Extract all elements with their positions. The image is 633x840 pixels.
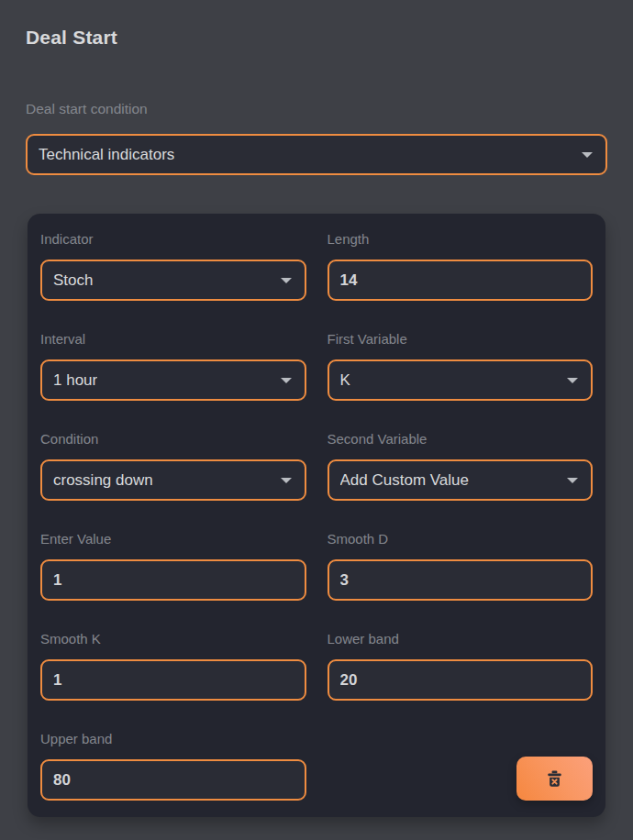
- first-variable-label: First Variable: [328, 331, 594, 348]
- field-second-variable: Second VariableAdd Custom Value: [328, 431, 594, 501]
- interval-value: 1 hour: [53, 371, 97, 390]
- delete-cell: [328, 731, 594, 801]
- enter-value-label: Enter Value: [40, 531, 306, 547]
- lower-band-label: Lower band: [328, 631, 594, 647]
- length-input[interactable]: [328, 260, 594, 301]
- upper-band-label: Upper band: [40, 731, 306, 747]
- field-smooth-k: Smooth K: [40, 631, 306, 701]
- field-first-variable: First VariableK: [328, 331, 594, 401]
- chevron-down-icon: [567, 478, 578, 483]
- field-enter-value: Enter Value: [40, 531, 306, 601]
- smooth-d-label: Smooth D: [328, 531, 594, 547]
- deal-start-panel: Deal Start Deal start condition Technica…: [0, 0, 633, 817]
- condition-label: Condition: [40, 431, 306, 448]
- second-variable-label: Second Variable: [328, 431, 594, 448]
- smooth-d-input[interactable]: [328, 559, 594, 601]
- chevron-down-icon: [281, 278, 292, 283]
- chevron-down-icon: [582, 152, 593, 158]
- trash-x-icon: [544, 768, 565, 790]
- indicator-value: Stoch: [53, 271, 93, 290]
- page-title: Deal Start: [26, 0, 607, 49]
- field-length: Length: [328, 231, 594, 301]
- chevron-down-icon: [567, 378, 578, 383]
- indicator-select[interactable]: Stoch: [40, 260, 306, 301]
- deal-start-condition-select[interactable]: Technical indicators: [26, 134, 607, 175]
- field-condition: Conditioncrossing down: [40, 431, 306, 501]
- indicator-card: IndicatorStochLengthInterval1 hourFirst …: [28, 214, 605, 817]
- field-interval: Interval1 hour: [40, 331, 306, 401]
- field-lower-band: Lower band: [328, 631, 594, 701]
- enter-value-input[interactable]: [40, 559, 306, 601]
- second-variable-select[interactable]: Add Custom Value: [328, 459, 594, 501]
- chevron-down-icon: [281, 478, 292, 483]
- smooth-k-input[interactable]: [40, 659, 306, 701]
- interval-select[interactable]: 1 hour: [40, 359, 306, 401]
- smooth-k-label: Smooth K: [40, 631, 306, 647]
- length-label: Length: [328, 231, 594, 248]
- delete-condition-button[interactable]: [516, 757, 593, 801]
- second-variable-value: Add Custom Value: [340, 471, 469, 490]
- indicator-label: Indicator: [40, 231, 306, 248]
- upper-band-input[interactable]: [40, 759, 306, 801]
- deal-start-condition-value: Technical indicators: [39, 146, 174, 164]
- condition-value: crossing down: [53, 471, 153, 490]
- field-upper-band: Upper band: [40, 731, 306, 801]
- first-variable-value: K: [340, 371, 350, 390]
- lower-band-input[interactable]: [328, 659, 594, 701]
- chevron-down-icon: [281, 378, 292, 383]
- field-smooth-d: Smooth D: [328, 531, 594, 601]
- condition-select[interactable]: crossing down: [40, 459, 306, 501]
- deal-start-condition-label: Deal start condition: [26, 100, 607, 117]
- indicator-fields-grid: IndicatorStochLengthInterval1 hourFirst …: [40, 231, 593, 801]
- first-variable-select[interactable]: K: [328, 359, 594, 401]
- interval-label: Interval: [40, 331, 306, 348]
- field-indicator: IndicatorStoch: [40, 231, 306, 301]
